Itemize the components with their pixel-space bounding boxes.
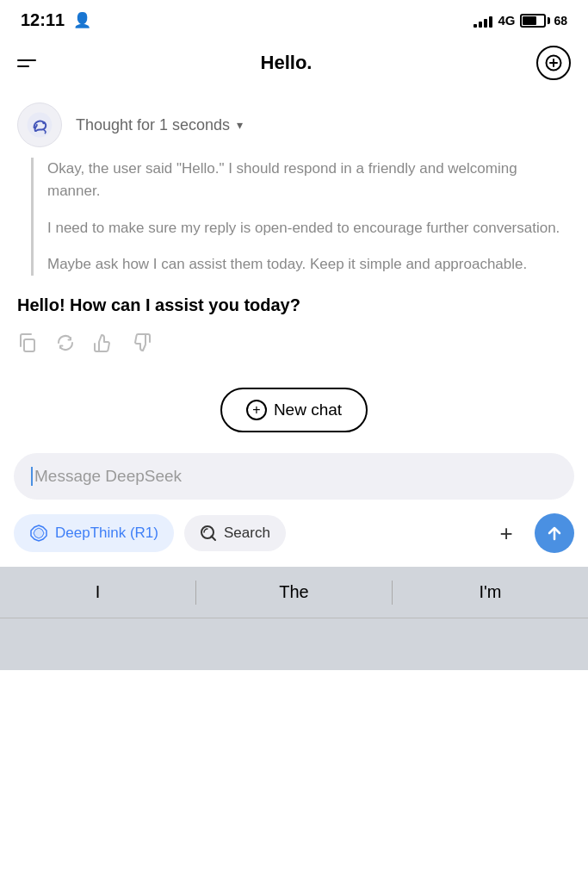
input-container: Message DeepSeek DeepThink (R1) Search + xyxy=(0,453,588,567)
thought-paragraph-2: I need to make sure my reply is open-end… xyxy=(47,217,571,239)
ai-response-text: Hello! How can I assist you today? xyxy=(17,293,571,317)
add-attachment-button[interactable]: + xyxy=(488,515,524,551)
svg-marker-7 xyxy=(34,528,44,538)
search-label: Search xyxy=(224,525,270,542)
top-nav: Hello. xyxy=(0,37,588,94)
thought-paragraph-1: Okay, the user said "Hello." I should re… xyxy=(47,158,571,203)
new-chat-top-button[interactable] xyxy=(536,46,571,80)
svg-line-9 xyxy=(212,537,216,541)
text-cursor xyxy=(31,467,33,486)
page-title: Hello. xyxy=(261,52,313,74)
ai-message: Thought for 1 seconds ▾ Okay, the user s… xyxy=(17,102,571,379)
svg-point-3 xyxy=(28,113,53,138)
search-button[interactable]: Search xyxy=(184,515,286,551)
bottom-toolbar: DeepThink (R1) Search + xyxy=(14,513,574,567)
svg-point-4 xyxy=(42,121,45,124)
keyboard-suggestions: I The I'm xyxy=(0,567,588,618)
suggestion-the[interactable]: The xyxy=(196,579,392,606)
thought-toggle[interactable]: Thought for 1 seconds ▾ xyxy=(76,116,243,134)
copy-icon[interactable] xyxy=(17,332,38,358)
thumbs-down-icon[interactable] xyxy=(131,332,152,358)
keyboard-area xyxy=(0,618,588,670)
deepthink-label: DeepThink (R1) xyxy=(55,525,158,542)
thumbs-up-icon[interactable] xyxy=(93,332,114,358)
network-label: 4G xyxy=(498,13,515,28)
refresh-icon[interactable] xyxy=(55,332,76,358)
thought-block: Okay, the user said "Hello." I should re… xyxy=(31,158,571,276)
thought-paragraph-3: Maybe ask how I can assist them today. K… xyxy=(47,253,571,276)
ai-header: Thought for 1 seconds ▾ xyxy=(17,102,571,147)
status-time: 12:11 xyxy=(21,10,65,30)
suggestion-im[interactable]: I'm xyxy=(393,579,588,606)
menu-button[interactable] xyxy=(17,59,36,67)
new-chat-label: New chat xyxy=(274,401,342,419)
new-chat-container: + New chat xyxy=(17,388,571,432)
send-button[interactable] xyxy=(535,513,574,553)
ai-avatar xyxy=(17,102,62,147)
thought-label: Thought for 1 seconds xyxy=(76,116,230,134)
chat-area: Thought for 1 seconds ▾ Okay, the user s… xyxy=(0,94,588,432)
person-icon: 👤 xyxy=(73,11,91,29)
message-input-area[interactable]: Message DeepSeek xyxy=(14,453,574,500)
signal-bars xyxy=(473,14,492,28)
suggestion-i[interactable]: I xyxy=(0,579,195,606)
input-placeholder: Message DeepSeek xyxy=(34,467,182,486)
battery-label: 68 xyxy=(554,14,567,28)
battery: 68 xyxy=(520,14,567,28)
new-chat-pill-button[interactable]: + New chat xyxy=(220,388,368,432)
chevron-down-icon: ▾ xyxy=(237,118,243,132)
plus-circle-icon: + xyxy=(246,400,267,420)
deepthink-button[interactable]: DeepThink (R1) xyxy=(14,514,174,552)
action-icons xyxy=(17,332,571,358)
status-icons: 4G 68 xyxy=(473,13,567,28)
status-bar: 12:11 👤 4G 68 xyxy=(0,0,588,37)
svg-rect-5 xyxy=(24,339,34,351)
